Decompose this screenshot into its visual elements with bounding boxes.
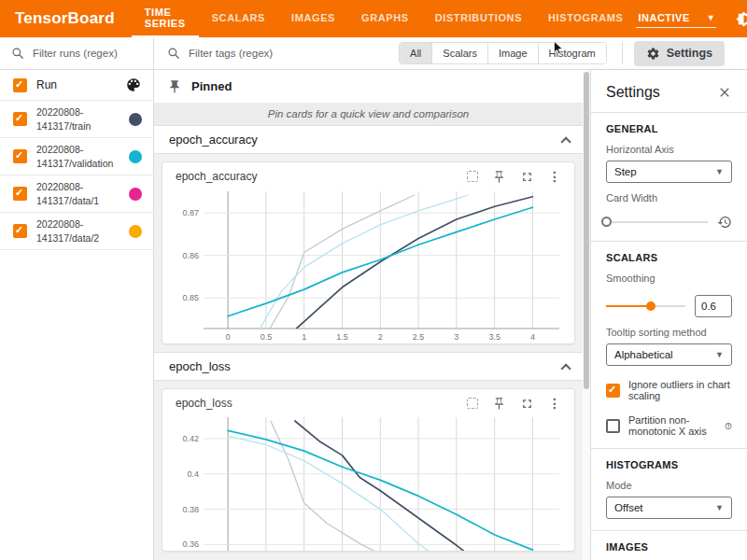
reload-status-select[interactable]: INACTIVE ▼ [636, 9, 716, 28]
app-logo: TensorBoard [0, 0, 132, 37]
svg-text:0.4: 0.4 [187, 469, 199, 479]
more-options-icon[interactable]: ⋮ [548, 397, 561, 410]
section-header-epoch-accuracy[interactable]: epoch_accuracy [154, 125, 583, 154]
histogram-mode-select[interactable]: Offset ▼ [606, 497, 732, 519]
run-row[interactable]: 20220808-141317/data/1 [0, 175, 153, 213]
reset-icon[interactable] [717, 215, 732, 230]
card-width-slider[interactable] [606, 217, 708, 228]
svg-text:0.42: 0.42 [182, 434, 199, 443]
filter-chip-histogram[interactable]: Histogram [539, 43, 606, 63]
more-options-icon[interactable]: ⋮ [548, 170, 561, 183]
run-checkbox[interactable] [13, 224, 27, 238]
slider-knob[interactable] [601, 217, 612, 227]
fit-domain-icon[interactable] [467, 398, 478, 409]
settings-section-scalars: SCALARS Smoothing Tooltip sorting method… [606, 242, 732, 448]
fullscreen-icon[interactable] [520, 170, 534, 184]
run-color-dot [129, 113, 142, 126]
tags-toolbar: All Scalars Image Histogram Settings [154, 37, 747, 70]
fullscreen-icon[interactable] [520, 397, 534, 411]
run-row[interactable]: 20220808-141317/validation [0, 138, 153, 175]
pin-card-icon[interactable] [492, 170, 506, 184]
svg-text:3: 3 [454, 332, 458, 342]
svg-text:0: 0 [226, 332, 231, 342]
tab-time-series[interactable]: TIME SERIES [132, 0, 199, 37]
epoch-accuracy-chart[interactable]: 0.850.860.8700.511.522.533.54 [172, 190, 565, 343]
filter-chip-scalars[interactable]: Scalars [432, 43, 488, 63]
header-actions: INACTIVE ▼ [636, 0, 747, 37]
tab-scalars[interactable]: SCALARS [199, 0, 278, 37]
card-width-label: Card Width [606, 192, 732, 203]
section-heading: HISTOGRAMS [606, 459, 732, 470]
partition-x-axis-row[interactable]: Partition non-monotonic X axis [606, 414, 732, 437]
ignore-outliers-row[interactable]: Ignore outliers in chart scaling [606, 379, 732, 401]
ignore-outliers-checkbox[interactable] [606, 384, 620, 398]
horizontal-axis-select[interactable]: Step ▼ [606, 161, 732, 183]
run-row[interactable]: 20220808-141317/train [0, 101, 153, 138]
palette-icon[interactable] [125, 77, 142, 93]
chevron-down-icon: ▼ [715, 503, 724, 512]
tensorboard-app: TensorBoard TIME SERIES SCALARS IMAGES G… [0, 0, 747, 560]
runs-header-row: Run [0, 70, 153, 101]
section-heading: IMAGES [606, 541, 732, 553]
run-label: 20220808-141317/validation [36, 143, 119, 169]
epoch-loss-chart[interactable]: 0.360.380.40.42 [172, 417, 565, 551]
svg-text:4: 4 [530, 332, 535, 342]
pin-card-icon[interactable] [492, 397, 506, 411]
svg-text:2: 2 [378, 332, 383, 342]
chevron-down-icon: ▼ [715, 167, 724, 176]
run-color-dot [129, 188, 142, 201]
status-value: INACTIVE [638, 12, 689, 23]
svg-text:0.38: 0.38 [182, 505, 199, 514]
cards-area: Pinned Pin cards for a quick view and co… [154, 70, 583, 560]
slider-knob[interactable] [646, 301, 655, 311]
brightness-icon [736, 11, 747, 27]
runs-column-title: Run [36, 78, 57, 91]
tab-distributions[interactable]: DISTRIBUTIONS [422, 0, 535, 37]
filter-tags-input[interactable] [189, 48, 395, 59]
toolbar-divider [622, 42, 623, 64]
app-header: TensorBoard TIME SERIES SCALARS IMAGES G… [0, 0, 747, 37]
smoothing-slider[interactable] [606, 301, 685, 312]
run-checkbox[interactable] [13, 187, 27, 201]
tab-images[interactable]: IMAGES [278, 0, 348, 37]
runs-sidebar: Run 20220808-141317/train 20220808-14131… [0, 37, 154, 560]
tooltip-sorting-select[interactable]: Alphabetical ▼ [606, 343, 732, 366]
help-icon[interactable] [725, 420, 732, 432]
run-checkbox[interactable] [13, 112, 27, 126]
run-checkbox[interactable] [13, 149, 27, 163]
filter-runs-input[interactable] [33, 48, 142, 59]
main-tabs: TIME SERIES SCALARS IMAGES GRAPHS DISTRI… [132, 0, 637, 37]
settings-toggle-button[interactable]: Settings [634, 41, 725, 66]
section-header-epoch-loss[interactable]: epoch_loss [154, 352, 583, 381]
chevron-up-icon[interactable] [560, 363, 571, 373]
svg-text:0.36: 0.36 [182, 539, 199, 549]
chevron-down-icon: ▼ [715, 350, 724, 359]
tab-histograms[interactable]: HISTOGRAMS [535, 0, 636, 37]
svg-text:1.5: 1.5 [336, 332, 348, 342]
section-title: epoch_loss [169, 359, 231, 373]
card-title: epoch_loss [176, 397, 233, 410]
svg-text:0.87: 0.87 [182, 208, 199, 217]
partition-x-axis-checkbox[interactable] [606, 419, 620, 433]
search-icon [167, 47, 180, 60]
fit-domain-icon[interactable] [467, 171, 478, 182]
gear-icon [646, 47, 660, 61]
select-all-runs-checkbox[interactable] [13, 78, 27, 92]
pin-icon [167, 79, 182, 94]
epoch-accuracy-card: epoch_accuracy ⋮ 0.850.860.8700.511.522.… [162, 161, 575, 344]
card-title: epoch_accuracy [176, 170, 257, 183]
svg-text:0.5: 0.5 [261, 332, 273, 342]
scrollbar-thumb[interactable] [584, 72, 589, 389]
settings-section-images: IMAGES Brightness Contrast [606, 531, 732, 560]
tab-graphs[interactable]: GRAPHS [348, 0, 422, 37]
horizontal-axis-label: Horizontal Axis [606, 144, 732, 155]
chevron-up-icon[interactable] [560, 136, 571, 147]
run-row[interactable]: 20220808-141317/data/2 [0, 213, 153, 250]
smoothing-value-input[interactable] [695, 295, 732, 317]
run-label: 20220808-141317/train [36, 105, 119, 132]
close-icon[interactable] [717, 85, 732, 100]
filter-chip-all[interactable]: All [400, 43, 432, 63]
brightness-toggle-button[interactable] [729, 5, 747, 33]
section-title: epoch_accuracy [169, 133, 258, 147]
filter-chip-image[interactable]: Image [488, 43, 539, 63]
